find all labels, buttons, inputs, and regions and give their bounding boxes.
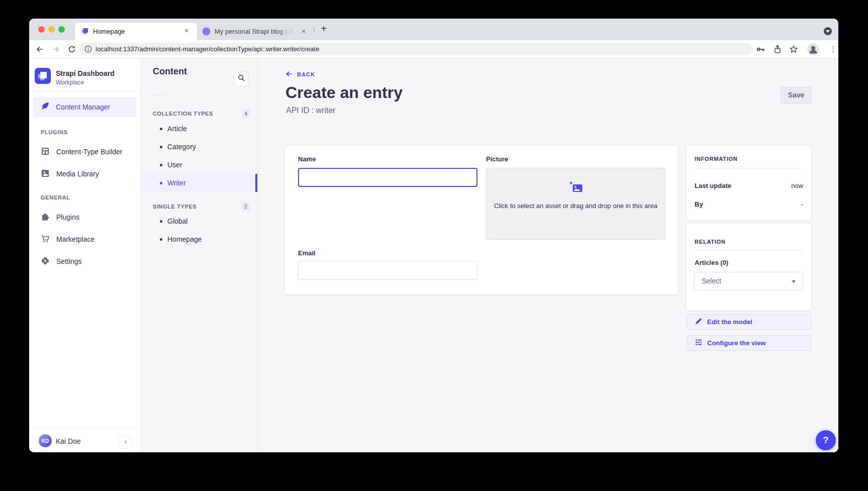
sidebar-item-plugins[interactable]: Plugins (29, 206, 140, 228)
brand-title: Strapi Dashboard (56, 69, 115, 77)
select-placeholder: Select (702, 277, 721, 285)
tab-close-icon[interactable]: × (182, 27, 190, 35)
browser-menu-icon[interactable]: ⋮ (829, 44, 837, 55)
info-icon[interactable] (84, 45, 92, 55)
divider (29, 91, 140, 91)
sidebar-item-label: Settings (56, 257, 82, 265)
by-label: By (695, 201, 703, 208)
information-header: INFORMATION (695, 156, 738, 162)
configure-view-button[interactable]: Configure the view (687, 335, 811, 351)
sidebar-item-media-library[interactable]: Media Library (29, 163, 140, 185)
puzzle-icon (41, 212, 50, 223)
group-label-collection-types: COLLECTION TYPES (153, 109, 213, 118)
url-text: localhost:1337/admin/content-manager/col… (95, 43, 319, 55)
reload-icon[interactable] (67, 45, 76, 56)
articles-select[interactable]: Select (694, 272, 803, 290)
save-button[interactable]: Save (781, 87, 812, 104)
back-nav-icon[interactable] (35, 45, 44, 56)
last-update-row: Last update now (695, 182, 803, 189)
picture-label: Picture (486, 155, 508, 163)
help-button[interactable]: ? (816, 430, 836, 450)
user-avatar[interactable]: KD (39, 434, 52, 447)
subnav-item-writer[interactable]: Writer (141, 174, 257, 192)
bookmark-star-icon[interactable] (789, 45, 798, 56)
collection-types-count-badge: 4 (242, 109, 250, 118)
name-input[interactable] (298, 168, 477, 187)
subnav-item-user[interactable]: User (141, 156, 257, 174)
group-label-single-types: SINGLE TYPES (153, 202, 197, 211)
subnav-item-label: Homepage (167, 230, 202, 248)
tab-strapi-blog[interactable]: My personal Strapi blog | Strap × (198, 23, 313, 40)
sidebar-section-general: GENERAL (41, 194, 70, 201)
minimize-window-button[interactable] (48, 26, 55, 33)
subnav-item-label: Category (167, 138, 196, 156)
search-tabs-button[interactable] (824, 27, 832, 35)
search-button[interactable] (234, 71, 249, 86)
tab-strip: Homepage × My personal Strapi blog | Str… (29, 19, 838, 40)
sidebar-section-plugins: PLUGINS (41, 129, 68, 135)
single-types-count-badge: 2 (242, 202, 250, 211)
email-label: Email (298, 249, 316, 257)
by-row: By - (695, 201, 803, 208)
blog-favicon-icon (202, 27, 211, 38)
user-name: Kai Doe (56, 437, 81, 445)
subnav-item-article[interactable]: Article (141, 120, 257, 138)
new-tab-button[interactable]: + (318, 24, 329, 35)
information-panel: INFORMATION Last update now By - (687, 146, 811, 220)
browser-profile-avatar[interactable] (807, 43, 819, 55)
divider (695, 168, 803, 169)
back-link[interactable]: BACK (285, 71, 315, 78)
tab-homepage[interactable]: Homepage × (75, 23, 197, 40)
forward-nav-icon[interactable] (51, 45, 60, 56)
close-window-button[interactable] (38, 26, 45, 33)
entry-form-card: Name Picture Click to select an asset or… (285, 146, 678, 294)
last-update-label: Last update (695, 182, 731, 189)
tab-divider (314, 27, 314, 33)
sidebar-item-content-manager[interactable]: Content Manager (33, 97, 136, 117)
bullet-icon (160, 182, 162, 184)
page-title: Create an entry (285, 83, 403, 102)
email-input[interactable] (298, 261, 477, 280)
subnav-item-label: Global (167, 212, 187, 230)
picture-dropzone[interactable]: Click to select an asset or drag and dro… (486, 168, 665, 240)
sidebar-item-content-type-builder[interactable]: Content-Type Builder (29, 141, 140, 163)
address-bar[interactable]: localhost:1337/admin/content-manager/col… (79, 43, 752, 55)
collapse-sidebar-button[interactable]: ‹ (119, 435, 132, 448)
password-key-icon[interactable] (756, 45, 765, 56)
configure-view-label: Configure the view (707, 339, 765, 347)
sidebar-item-marketplace[interactable]: Marketplace (29, 228, 140, 250)
back-label: BACK (297, 71, 315, 77)
subnav-item-homepage[interactable]: Homepage (141, 230, 257, 248)
configure-icon (695, 339, 702, 348)
sidebar-item-settings[interactable]: Settings (29, 250, 140, 272)
zoom-window-button[interactable] (58, 26, 65, 33)
share-icon[interactable] (773, 45, 782, 56)
picture-dropzone-hint: Click to select an asset or drag and dro… (493, 202, 659, 210)
browser-window: Homepage × My personal Strapi blog | Str… (29, 19, 838, 452)
tab-title: Homepage (93, 28, 125, 35)
main-sidebar: Strapi Dashboard Workplace Content Manag… (29, 58, 141, 452)
subnav-item-global[interactable]: Global (141, 212, 257, 230)
by-value: - (801, 201, 803, 208)
subnav-item-label: Writer (167, 174, 186, 192)
subnav-item-category[interactable]: Category (141, 138, 257, 156)
relation-panel: RELATION Articles (0) Select (687, 224, 811, 310)
tab-close-icon[interactable]: × (300, 28, 308, 36)
strapi-favicon-icon (81, 27, 89, 37)
bullet-icon (160, 146, 162, 148)
cart-icon (41, 234, 50, 245)
divider (29, 428, 140, 429)
brand-subtitle: Workplace (56, 79, 84, 86)
sidebar-item-label: Media Library (56, 170, 99, 178)
subnav-title: Content (153, 66, 187, 77)
divider (153, 94, 165, 95)
bullet-icon (160, 220, 162, 223)
strapi-logo-icon[interactable] (35, 68, 51, 86)
edit-model-label: Edit the model (707, 318, 752, 326)
relation-header: RELATION (695, 239, 726, 245)
chevron-down-icon (826, 30, 830, 33)
subnav-item-label: User (167, 156, 182, 174)
last-update-value: now (791, 182, 803, 189)
pen-icon (40, 102, 49, 113)
edit-model-button[interactable]: Edit the model (687, 314, 811, 330)
